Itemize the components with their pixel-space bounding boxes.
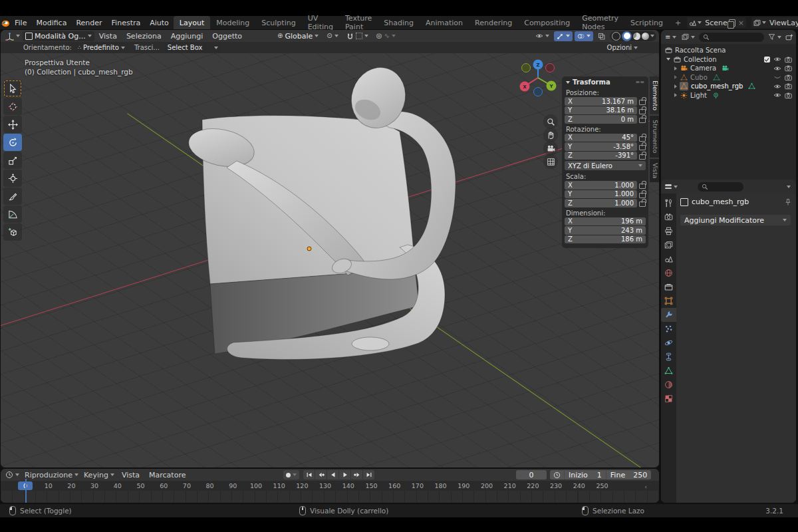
tab-physics[interactable] xyxy=(661,336,676,350)
workspace-tab-layout[interactable]: Layout xyxy=(174,16,210,29)
lock-icon[interactable] xyxy=(639,154,646,160)
workspace-tab-sculpting[interactable]: Sculpting xyxy=(255,16,301,29)
light-row[interactable]: Light xyxy=(661,91,796,100)
properties-editor-type[interactable] xyxy=(664,182,679,192)
editor-type-selector[interactable] xyxy=(3,31,23,41)
new-collection-button[interactable] xyxy=(785,33,793,41)
viewport-menu-vista[interactable]: Vista xyxy=(94,30,122,42)
viewlayer-name[interactable]: ViewLayer xyxy=(767,19,798,27)
tab-particles[interactable] xyxy=(661,322,676,336)
lock-icon[interactable] xyxy=(639,201,646,207)
gizmos-toggle[interactable] xyxy=(554,31,573,41)
transform-panel-header[interactable]: Trasforma ≡≡ xyxy=(562,76,648,88)
disclosure-triangle-icon[interactable] xyxy=(674,84,677,88)
marker-menu[interactable]: Marcatore xyxy=(144,469,190,481)
workspace-tab-compositing[interactable]: Compositing xyxy=(518,16,576,29)
blender-logo[interactable] xyxy=(0,18,10,28)
lock-icon[interactable] xyxy=(639,136,646,142)
new-scene-button[interactable] xyxy=(729,19,735,27)
timeline-editor-type[interactable] xyxy=(3,470,22,480)
play-reverse-button[interactable] xyxy=(327,470,338,479)
camera-view-button[interactable] xyxy=(543,141,558,156)
menu-modifica[interactable]: Modifica xyxy=(31,17,71,29)
move-tool[interactable] xyxy=(3,116,22,133)
outliner-filter[interactable] xyxy=(767,32,783,42)
scale-z-field[interactable]: Z1.000 xyxy=(565,199,637,207)
next-keyframe-button[interactable] xyxy=(351,470,362,479)
auto-keyframe-button[interactable] xyxy=(283,470,299,479)
viewport-menu-oggetto[interactable]: Oggetto xyxy=(207,30,247,42)
measure-tool[interactable] xyxy=(3,205,22,223)
panel-drag-handle-icon[interactable]: ≡≡ xyxy=(636,79,644,85)
navigation-gizmo[interactable]: Z X Y xyxy=(519,59,557,97)
position-x-field[interactable]: X13.167 m xyxy=(565,97,637,106)
outliner-display-mode[interactable] xyxy=(680,32,696,42)
previous-keyframe-button[interactable] xyxy=(315,470,327,479)
add-cube-tool[interactable] xyxy=(3,223,22,241)
workspace-tab-uv-editing[interactable]: UV Editing xyxy=(302,16,339,29)
object-visibility-dropdown[interactable] xyxy=(533,31,552,41)
eye-icon[interactable] xyxy=(773,91,781,99)
disclosure-triangle-icon[interactable] xyxy=(674,93,677,97)
tab-material[interactable] xyxy=(661,378,676,392)
tab-tool[interactable] xyxy=(661,196,676,210)
breadcrumb-object-name[interactable]: cubo_mesh_rgb xyxy=(692,198,749,206)
render-visibility-camera-icon[interactable] xyxy=(785,65,792,72)
gizmo-minus-y-axis[interactable] xyxy=(522,64,531,72)
menu-render[interactable]: Render xyxy=(71,17,106,29)
add-modifier-dropdown[interactable]: Aggiungi Modificatore xyxy=(680,215,791,225)
lock-icon[interactable] xyxy=(639,145,646,150)
tab-output[interactable] xyxy=(661,224,676,238)
sidebar-tab-vista[interactable]: Vista xyxy=(650,159,659,182)
collapse-arrow-icon[interactable]: ‹ xyxy=(644,483,647,490)
dimensions-z-field[interactable]: Z186 m xyxy=(565,235,646,244)
close-icon[interactable]: × xyxy=(737,19,744,27)
camera-row[interactable]: Camera xyxy=(661,64,796,72)
viewport-canvas[interactable]: Prospettiva Utente (0) Collection | cubo… xyxy=(1,53,659,467)
xray-toggle[interactable] xyxy=(595,31,608,41)
play-button[interactable] xyxy=(339,470,350,479)
viewport-menu-seleziona[interactable]: Seleziona xyxy=(122,30,166,42)
tab-render[interactable] xyxy=(661,210,676,224)
workspace-tab-scripting[interactable]: Scripting xyxy=(624,16,669,29)
shading-wireframe-button[interactable] xyxy=(612,32,620,41)
annotate-tool[interactable] xyxy=(3,188,22,205)
gizmo-minus-x-axis[interactable] xyxy=(546,64,555,72)
scale-x-field[interactable]: X1.000 xyxy=(565,181,637,190)
rotation-x-field[interactable]: X45° xyxy=(565,134,637,142)
menu-aiuto[interactable]: Aiuto xyxy=(145,17,174,29)
jump-to-end-button[interactable] xyxy=(363,470,374,479)
menu-finestra[interactable]: Finestra xyxy=(107,17,146,29)
use-preview-range-button[interactable] xyxy=(550,471,564,479)
collection-row[interactable]: Collection xyxy=(661,55,796,64)
object-cubo-mesh-rgb[interactable] xyxy=(1,53,659,467)
tab-texture[interactable] xyxy=(661,392,676,406)
sidebar-tab-strumento[interactable]: Strumento xyxy=(650,116,659,157)
workspace-tab-rendering[interactable]: Rendering xyxy=(469,16,518,29)
lock-icon[interactable] xyxy=(639,118,646,123)
viewlayer-selector[interactable]: ViewLayer × xyxy=(751,17,798,28)
disclosure-triangle-icon[interactable] xyxy=(674,75,677,79)
tab-scene[interactable] xyxy=(661,252,676,266)
properties-search[interactable] xyxy=(698,182,743,192)
viewport-menu-aggiungi[interactable]: Aggiungi xyxy=(166,30,208,42)
current-frame-field[interactable]: 0 xyxy=(516,470,547,479)
pin-icon[interactable] xyxy=(784,198,792,206)
eye-icon[interactable] xyxy=(773,82,781,90)
workspace-tab-texture-paint[interactable]: Texture Paint xyxy=(339,16,378,29)
disclosure-triangle-icon[interactable] xyxy=(674,66,677,70)
lock-icon[interactable] xyxy=(639,109,646,114)
playback-menu[interactable]: Riproduzione xyxy=(22,470,81,480)
workspace-tab-geometry-nodes[interactable]: Geometry Nodes xyxy=(576,16,624,29)
workspace-tab-animation[interactable]: Animation xyxy=(420,16,469,29)
zoom-view-button[interactable] xyxy=(543,114,558,129)
overlays-toggle[interactable] xyxy=(575,31,593,41)
proportional-edit-toggle[interactable]: ◎ ∿ xyxy=(374,31,398,41)
lock-icon[interactable] xyxy=(639,184,646,189)
outliner-search[interactable] xyxy=(699,33,764,42)
select-box-tool[interactable] xyxy=(3,80,22,97)
tab-object[interactable] xyxy=(661,294,676,308)
frame-start-field[interactable]: Inizio1 xyxy=(564,471,606,479)
eye-closed-icon[interactable] xyxy=(773,73,781,81)
workspace-tab-modeling[interactable]: Modeling xyxy=(210,16,255,29)
